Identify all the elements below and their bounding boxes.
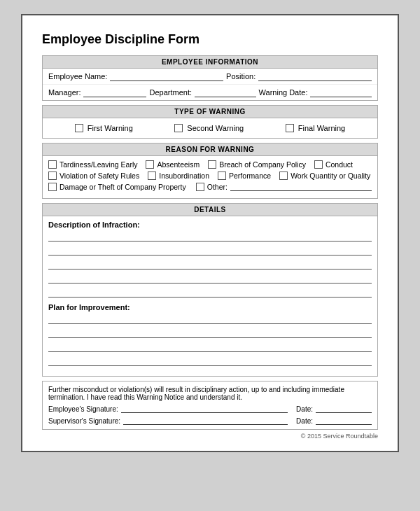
date-line-2[interactable] — [316, 416, 372, 425]
manager-field[interactable] — [83, 88, 146, 97]
other-field[interactable] — [230, 183, 372, 191]
other-checkbox[interactable] — [196, 183, 204, 191]
plan-line-1[interactable] — [48, 314, 372, 324]
description-line-2[interactable] — [48, 246, 372, 255]
other-item: Other: — [196, 183, 372, 191]
warning-date-field[interactable] — [310, 88, 372, 97]
employee-sig-label: Employee's Signature: — [48, 405, 118, 413]
warning-date-label: Warning Date: — [259, 88, 308, 97]
tardiness-item: Tardiness/Leaving Early — [48, 160, 137, 169]
date-label-1: Date: — [296, 405, 313, 413]
name-position-row: Employee Name: Position: — [43, 69, 377, 84]
safety-item: Violation of Safety Rules — [48, 172, 139, 180]
reason-row-1: Tardiness/Leaving Early Absenteeism Brea… — [48, 160, 372, 169]
first-warning-label: First Warning — [88, 124, 133, 132]
conduct-checkbox[interactable] — [314, 160, 323, 169]
footer-notice: Further misconduct or violation(s) will … — [42, 381, 378, 430]
manager-dept-row: Manager: Department: Warning Date: — [43, 84, 377, 100]
date-line-1[interactable] — [316, 405, 372, 413]
final-warning-checkbox[interactable] — [286, 124, 294, 132]
performance-checkbox[interactable] — [218, 172, 226, 180]
department-field[interactable] — [195, 88, 256, 97]
description-label: Description of Infraction: — [48, 220, 372, 229]
employee-sig-line[interactable] — [121, 405, 288, 413]
tardiness-checkbox[interactable] — [48, 160, 57, 169]
work-quantity-label: Work Quantity or Quality — [290, 172, 370, 180]
breach-label: Breach of Company Policy — [219, 160, 306, 169]
safety-checkbox[interactable] — [48, 172, 57, 180]
second-warning-item: Second Warning — [174, 124, 244, 132]
insubordination-checkbox[interactable] — [148, 172, 156, 180]
damage-theft-label: Damage or Theft of Company Property — [59, 183, 186, 191]
employee-name-label: Employee Name: — [48, 72, 107, 80]
breach-checkbox[interactable] — [208, 160, 216, 169]
description-line-4[interactable] — [48, 274, 372, 284]
plan-line-4[interactable] — [48, 356, 372, 366]
form-container: Employee Discipline Form EMPLOYEE INFORM… — [21, 14, 399, 452]
tardiness-label: Tardiness/Leaving Early — [59, 160, 137, 169]
insubordination-label: Insubordination — [159, 172, 209, 180]
plan-label: Plan for Improvement: — [48, 303, 372, 312]
date-label-2: Date: — [296, 417, 313, 425]
employee-name-field[interactable] — [110, 71, 223, 81]
details-header: DETAILS — [42, 203, 378, 216]
warning-types-section: First Warning Second Warning Final Warni… — [42, 118, 378, 139]
supervisor-signature-row: Supervisor's Signature: Date: — [48, 416, 372, 425]
damage-theft-item: Damage or Theft of Company Property — [48, 183, 186, 191]
absenteeism-item: Absenteeism — [146, 160, 200, 169]
breach-item: Breach of Company Policy — [208, 160, 306, 169]
second-warning-label: Second Warning — [187, 124, 244, 132]
description-line-3[interactable] — [48, 260, 372, 270]
first-warning-item: First Warning — [75, 124, 133, 132]
description-line-5[interactable] — [48, 288, 372, 298]
plan-line-3[interactable] — [48, 342, 372, 352]
plan-line-2[interactable] — [48, 328, 372, 338]
conduct-item: Conduct — [314, 160, 353, 169]
notice-text: Further misconduct or violation(s) will … — [48, 386, 372, 401]
copyright: © 2015 Service Roundtable — [42, 433, 378, 440]
description-line-1[interactable] — [48, 232, 372, 241]
supervisor-sig-label: Supervisor's Signature: — [48, 417, 120, 425]
insubordination-item: Insubordination — [148, 172, 209, 180]
first-warning-checkbox[interactable] — [75, 124, 83, 132]
employee-info-section: Employee Name: Position: Manager: Depart… — [42, 69, 378, 101]
manager-label: Manager: — [48, 88, 80, 97]
other-label: Other: — [207, 183, 227, 191]
reason-for-warning-header: REASON FOR WARNING — [42, 143, 378, 156]
details-section: Description of Infraction: Plan for Impr… — [42, 216, 378, 377]
reason-row-2: Violation of Safety Rules Insubordinatio… — [48, 172, 372, 180]
reason-grid: Tardiness/Leaving Early Absenteeism Brea… — [42, 156, 378, 199]
form-title: Employee Discipline Form — [42, 32, 378, 47]
performance-label: Performance — [229, 172, 271, 180]
supervisor-sig-line[interactable] — [123, 416, 288, 425]
employee-signature-row: Employee's Signature: Date: — [48, 405, 372, 413]
type-of-warning-header: TYPE OF WARNING — [42, 105, 378, 118]
damage-theft-checkbox[interactable] — [48, 183, 57, 191]
conduct-label: Conduct — [326, 160, 353, 169]
position-label: Position: — [226, 72, 255, 80]
employee-info-header: EMPLOYEE INFORMATION — [42, 55, 378, 69]
reason-row-3: Damage or Theft of Company Property Othe… — [48, 183, 372, 191]
final-warning-label: Final Warning — [298, 124, 345, 132]
position-field[interactable] — [258, 71, 372, 81]
work-quantity-item: Work Quantity or Quality — [279, 172, 370, 180]
work-quantity-checkbox[interactable] — [279, 172, 288, 180]
final-warning-item: Final Warning — [286, 124, 345, 132]
absenteeism-checkbox[interactable] — [146, 160, 154, 169]
performance-item: Performance — [218, 172, 271, 180]
absenteeism-label: Absenteeism — [157, 160, 200, 169]
department-label: Department: — [149, 88, 192, 97]
second-warning-checkbox[interactable] — [174, 124, 183, 132]
safety-label: Violation of Safety Rules — [59, 172, 139, 180]
